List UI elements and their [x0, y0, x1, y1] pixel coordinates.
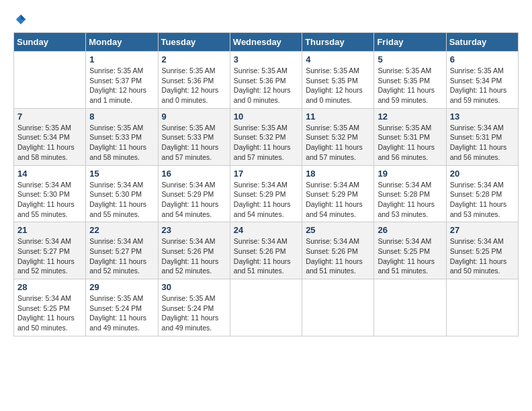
cell-info-text: Sunrise: 5:34 AMSunset: 5:27 PMDaylight:… — [89, 236, 154, 276]
cell-info-text: Sunrise: 5:34 AMSunset: 5:30 PMDaylight:… — [89, 180, 154, 220]
cell-info-text: Sunrise: 5:35 AMSunset: 5:34 PMDaylight:… — [17, 123, 82, 163]
calendar-cell: 23Sunrise: 5:34 AMSunset: 5:26 PMDayligh… — [158, 222, 230, 279]
cell-date-number: 15 — [89, 169, 154, 179]
cell-info-text: Sunrise: 5:35 AMSunset: 5:31 PMDaylight:… — [378, 123, 442, 163]
calendar-cell — [14, 52, 86, 109]
cell-info-text: Sunrise: 5:34 AMSunset: 5:29 PMDaylight:… — [306, 180, 370, 220]
cell-date-number: 24 — [234, 225, 298, 235]
cell-date-number: 17 — [234, 169, 298, 179]
cell-info-text: Sunrise: 5:34 AMSunset: 5:25 PMDaylight:… — [450, 236, 515, 276]
cell-date-number: 3 — [234, 54, 298, 64]
calendar-cell: 1Sunrise: 5:35 AMSunset: 5:37 PMDaylight… — [86, 52, 158, 109]
cell-info-text: Sunrise: 5:34 AMSunset: 5:25 PMDaylight:… — [378, 236, 442, 276]
calendar-cell: 4Sunrise: 5:35 AMSunset: 5:35 PMDaylight… — [302, 52, 374, 109]
calendar-cell — [230, 279, 302, 336]
calendar-table: SundayMondayTuesdayWednesdayThursdayFrid… — [13, 32, 519, 336]
cell-date-number: 30 — [162, 282, 226, 292]
cell-info-text: Sunrise: 5:34 AMSunset: 5:25 PMDaylight:… — [17, 293, 82, 333]
day-header-wednesday: Wednesday — [230, 33, 302, 52]
page-header — [13, 13, 519, 26]
cell-date-number: 6 — [450, 54, 515, 64]
calendar-week-row: 1Sunrise: 5:35 AMSunset: 5:37 PMDaylight… — [14, 52, 519, 109]
cell-date-number: 28 — [17, 282, 82, 292]
cell-info-text: Sunrise: 5:34 AMSunset: 5:29 PMDaylight:… — [162, 180, 226, 220]
calendar-cell: 7Sunrise: 5:35 AMSunset: 5:34 PMDaylight… — [14, 108, 86, 165]
cell-date-number: 10 — [234, 111, 298, 122]
calendar-cell — [302, 279, 374, 336]
cell-date-number: 1 — [89, 54, 154, 64]
cell-info-text: Sunrise: 5:35 AMSunset: 5:36 PMDaylight:… — [162, 66, 226, 105]
cell-date-number: 23 — [162, 225, 226, 235]
calendar-week-row: 28Sunrise: 5:34 AMSunset: 5:25 PMDayligh… — [14, 279, 519, 336]
cell-date-number: 13 — [450, 111, 515, 122]
cell-info-text: Sunrise: 5:34 AMSunset: 5:26 PMDaylight:… — [306, 236, 370, 276]
calendar-cell — [374, 279, 446, 336]
cell-date-number: 26 — [378, 225, 442, 235]
day-header-thursday: Thursday — [302, 33, 374, 52]
calendar-cell: 22Sunrise: 5:34 AMSunset: 5:27 PMDayligh… — [86, 222, 158, 279]
calendar-cell: 2Sunrise: 5:35 AMSunset: 5:36 PMDaylight… — [158, 52, 230, 109]
calendar-cell: 29Sunrise: 5:35 AMSunset: 5:24 PMDayligh… — [86, 279, 158, 336]
cell-info-text: Sunrise: 5:35 AMSunset: 5:35 PMDaylight:… — [378, 66, 442, 105]
cell-date-number: 7 — [17, 111, 82, 122]
cell-date-number: 5 — [378, 54, 442, 64]
cell-date-number: 20 — [450, 169, 515, 179]
cell-date-number: 29 — [89, 282, 154, 292]
calendar-cell: 9Sunrise: 5:35 AMSunset: 5:33 PMDaylight… — [158, 108, 230, 165]
cell-info-text: Sunrise: 5:35 AMSunset: 5:33 PMDaylight:… — [162, 123, 226, 163]
calendar-cell: 21Sunrise: 5:34 AMSunset: 5:27 PMDayligh… — [14, 222, 86, 279]
cell-date-number: 2 — [162, 54, 226, 64]
cell-info-text: Sunrise: 5:35 AMSunset: 5:35 PMDaylight:… — [306, 66, 370, 105]
cell-info-text: Sunrise: 5:35 AMSunset: 5:32 PMDaylight:… — [234, 123, 298, 163]
cell-info-text: Sunrise: 5:35 AMSunset: 5:36 PMDaylight:… — [234, 66, 298, 105]
logo-icon — [15, 13, 27, 26]
calendar-cell: 18Sunrise: 5:34 AMSunset: 5:29 PMDayligh… — [302, 165, 374, 222]
day-header-monday: Monday — [86, 33, 158, 52]
cell-info-text: Sunrise: 5:35 AMSunset: 5:33 PMDaylight:… — [89, 123, 154, 163]
cell-info-text: Sunrise: 5:34 AMSunset: 5:26 PMDaylight:… — [162, 236, 226, 276]
cell-info-text: Sunrise: 5:34 AMSunset: 5:28 PMDaylight:… — [450, 180, 515, 220]
calendar-cell: 17Sunrise: 5:34 AMSunset: 5:29 PMDayligh… — [230, 165, 302, 222]
cell-date-number: 19 — [378, 169, 442, 179]
cell-date-number: 21 — [17, 225, 82, 235]
calendar-cell: 24Sunrise: 5:34 AMSunset: 5:26 PMDayligh… — [230, 222, 302, 279]
calendar-cell: 30Sunrise: 5:35 AMSunset: 5:24 PMDayligh… — [158, 279, 230, 336]
cell-date-number: 9 — [162, 111, 226, 122]
cell-date-number: 8 — [89, 111, 154, 122]
cell-date-number: 4 — [306, 54, 370, 64]
cell-info-text: Sunrise: 5:34 AMSunset: 5:29 PMDaylight:… — [234, 180, 298, 220]
cell-date-number: 25 — [306, 225, 370, 235]
calendar-cell: 11Sunrise: 5:35 AMSunset: 5:32 PMDayligh… — [302, 108, 374, 165]
cell-date-number: 14 — [17, 169, 82, 179]
cell-info-text: Sunrise: 5:35 AMSunset: 5:32 PMDaylight:… — [306, 123, 370, 163]
calendar-cell: 3Sunrise: 5:35 AMSunset: 5:36 PMDaylight… — [230, 52, 302, 109]
calendar-cell: 25Sunrise: 5:34 AMSunset: 5:26 PMDayligh… — [302, 222, 374, 279]
cell-info-text: Sunrise: 5:34 AMSunset: 5:31 PMDaylight:… — [450, 123, 515, 163]
calendar-cell: 6Sunrise: 5:35 AMSunset: 5:34 PMDaylight… — [446, 52, 518, 109]
calendar-cell: 8Sunrise: 5:35 AMSunset: 5:33 PMDaylight… — [86, 108, 158, 165]
logo — [13, 13, 27, 26]
calendar-cell: 12Sunrise: 5:35 AMSunset: 5:31 PMDayligh… — [374, 108, 446, 165]
cell-info-text: Sunrise: 5:34 AMSunset: 5:30 PMDaylight:… — [17, 180, 82, 220]
calendar-cell: 15Sunrise: 5:34 AMSunset: 5:30 PMDayligh… — [86, 165, 158, 222]
day-header-friday: Friday — [374, 33, 446, 52]
calendar-week-row: 14Sunrise: 5:34 AMSunset: 5:30 PMDayligh… — [14, 165, 519, 222]
cell-date-number: 18 — [306, 169, 370, 179]
calendar-week-row: 21Sunrise: 5:34 AMSunset: 5:27 PMDayligh… — [14, 222, 519, 279]
calendar-week-row: 7Sunrise: 5:35 AMSunset: 5:34 PMDaylight… — [14, 108, 519, 165]
calendar-cell: 26Sunrise: 5:34 AMSunset: 5:25 PMDayligh… — [374, 222, 446, 279]
cell-info-text: Sunrise: 5:35 AMSunset: 5:24 PMDaylight:… — [89, 293, 154, 333]
cell-date-number: 16 — [162, 169, 226, 179]
calendar-cell: 13Sunrise: 5:34 AMSunset: 5:31 PMDayligh… — [446, 108, 518, 165]
cell-date-number: 11 — [306, 111, 370, 122]
calendar-cell: 19Sunrise: 5:34 AMSunset: 5:28 PMDayligh… — [374, 165, 446, 222]
calendar-cell: 5Sunrise: 5:35 AMSunset: 5:35 PMDaylight… — [374, 52, 446, 109]
cell-date-number: 12 — [378, 111, 442, 122]
calendar-cell: 16Sunrise: 5:34 AMSunset: 5:29 PMDayligh… — [158, 165, 230, 222]
cell-info-text: Sunrise: 5:35 AMSunset: 5:34 PMDaylight:… — [450, 66, 515, 105]
cell-info-text: Sunrise: 5:34 AMSunset: 5:28 PMDaylight:… — [378, 180, 442, 220]
calendar-cell: 20Sunrise: 5:34 AMSunset: 5:28 PMDayligh… — [446, 165, 518, 222]
calendar-header-row: SundayMondayTuesdayWednesdayThursdayFrid… — [14, 33, 519, 52]
calendar-cell: 10Sunrise: 5:35 AMSunset: 5:32 PMDayligh… — [230, 108, 302, 165]
day-header-sunday: Sunday — [14, 33, 86, 52]
